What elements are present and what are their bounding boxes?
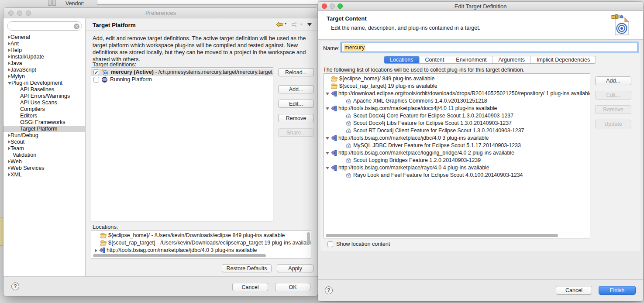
sidebar-item-api-use-scans[interactable]: API Use Scans (3, 100, 85, 106)
tab-environment[interactable]: Environment (450, 56, 492, 63)
tree-row-label: Rayo Look and Feel Feature for Eclipse S… (353, 172, 523, 179)
forward-arrow-icon[interactable] (292, 21, 299, 28)
cancel-button[interactable]: Cancel (232, 283, 268, 291)
remove-button[interactable]: Remove (278, 114, 314, 122)
sidebar-item-validation[interactable]: Validation (3, 152, 85, 158)
target-icon (102, 69, 108, 76)
location-row[interactable]: ${eclipse_home}/ - /Users/kevin/Download… (91, 232, 311, 239)
tree-plugin-row[interactable]: Rayo Look and Feel Feature for Eclipse S… (324, 172, 590, 179)
sidebar-item-general[interactable]: General (3, 34, 85, 41)
background-editor-fragment (0, 217, 3, 246)
checked-checkbox[interactable]: ✓ (93, 69, 99, 75)
sidebar-item-label: OSGi Frameworks (20, 119, 65, 125)
sidebar-item-javascript[interactable]: JavaScript (3, 67, 85, 73)
name-input[interactable]: mercury (341, 43, 638, 52)
target-definition-row[interactable]: Running Platform (91, 76, 273, 83)
tab-implicit-dependencies[interactable]: Implicit Dependencies (531, 56, 596, 63)
location-label: http://tools.bsiag.com/marketplace/jdbc/… (107, 247, 257, 254)
view-menu-icon[interactable] (307, 23, 312, 26)
tree-plugin-row[interactable]: Scout Logging Bridges Feature 1.2.0.2014… (324, 157, 590, 164)
tree-plugin-row[interactable]: Scout RT Docx4j Client Feature for Eclip… (324, 127, 590, 134)
tree-plugin-row[interactable]: Apache XML Graphics Commons 1.4.0.v20130… (324, 97, 590, 105)
sidebar-item-api-errors-warnings[interactable]: API Errors/Warnings (3, 93, 85, 100)
restore-defaults-button[interactable]: Restore Defaults (222, 264, 272, 272)
sidebar-item-editors[interactable]: Editors (3, 113, 85, 119)
target-definitions-list[interactable]: ✓mercury (Active) - /ch.primesystems.mer… (91, 67, 273, 221)
tree-location-row[interactable]: ${scout_rap_target} 19 plug-ins availabl… (324, 83, 590, 90)
back-history-dropdown-icon[interactable] (284, 23, 287, 26)
tree-location-row[interactable]: http://tools.bsiag.com/marketplace/loggi… (324, 149, 590, 157)
sidebar-item-ant[interactable]: Ant (3, 41, 85, 47)
collapse-arrow-icon[interactable] (326, 152, 329, 155)
sidebar-item-run-debug[interactable]: Run/Debug (3, 132, 85, 139)
sidebar-item-label: Install/Update (10, 54, 44, 60)
add-button[interactable]: Add... (595, 76, 631, 85)
tree-location-row[interactable]: http://tools.bsiag.com/marketplace/rayo/… (324, 164, 590, 172)
sidebar-item-web[interactable]: Web (3, 158, 85, 165)
horizontal-scrollbar-thumb[interactable] (93, 254, 266, 257)
collapse-arrow-icon[interactable] (326, 107, 329, 110)
help-icon[interactable]: ? (11, 282, 19, 290)
sidebar-item-osgi-frameworks[interactable]: OSGi Frameworks (3, 119, 85, 126)
sidebar-item-label: Web (10, 158, 22, 165)
sidebar-item-mylyn[interactable]: Mylyn (3, 73, 85, 80)
finish-button[interactable]: Finish (599, 286, 636, 295)
help-icon[interactable]: ? (325, 286, 333, 294)
horizontal-scrollbar-thumb[interactable] (326, 234, 558, 237)
show-location-content-checkbox[interactable] (327, 241, 333, 247)
expand-arrow-icon[interactable] (95, 249, 97, 252)
sidebar-item-help[interactable]: Help (3, 47, 85, 54)
sidebar-item-xml[interactable]: XML (3, 172, 85, 178)
edit-button[interactable]: Edit... (278, 100, 314, 108)
tree-location-row[interactable]: http://tools.bsiag.com/marketplace/jdbc/… (324, 134, 590, 142)
back-arrow-icon[interactable] (276, 21, 283, 28)
cancel-button[interactable]: Cancel (556, 286, 592, 295)
clear-search-icon[interactable]: ✕ (74, 24, 79, 29)
sidebar-item-scout[interactable]: Scout (3, 139, 85, 145)
tab-locations[interactable]: Locations (384, 56, 420, 63)
sidebar-item-install-update[interactable]: Install/Update (3, 54, 85, 60)
sidebar-item-label: Java (10, 60, 22, 66)
apply-button[interactable]: Apply (277, 264, 313, 272)
tree-location-row[interactable]: ${eclipse_home}/ 849 plug-ins available (324, 75, 590, 83)
ok-button[interactable]: OK (275, 283, 310, 291)
sidebar-item-web-services[interactable]: Web Services (3, 165, 85, 172)
sidebar-item-plug-in-development[interactable]: Plug-in Development (3, 80, 85, 86)
sidebar-item-compilers[interactable]: Compilers (3, 106, 85, 113)
tree-location-row[interactable]: http://download.eclipse.org/tools/orbit/… (324, 90, 590, 97)
sidebar-item-label: General (10, 34, 30, 40)
site-icon (331, 165, 337, 171)
feature-icon (346, 128, 351, 134)
reload-button[interactable]: Reload... (278, 68, 314, 76)
tree-location-row[interactable]: http://tools.bsiag.com/marketplace/docx4… (324, 105, 590, 112)
forward-history-dropdown-icon[interactable] (300, 24, 303, 25)
collapse-arrow-icon[interactable] (326, 93, 329, 95)
unchecked-checkbox[interactable] (93, 77, 99, 83)
sidebar-item-api-baselines[interactable]: API Baselines (3, 86, 85, 93)
sidebar-item-team[interactable]: Team (3, 145, 85, 152)
locations-tree[interactable]: ${eclipse_home}/ 849 plug-ins available$… (324, 73, 590, 238)
tree-plugin-row[interactable]: Scout Docx4j Libs Feature for Eclipse Sc… (324, 120, 590, 127)
add-button[interactable]: Add... (278, 85, 314, 93)
tree-plugin-row[interactable]: MySQL JDBC Driver Feature for Eclipse Sc… (324, 142, 590, 149)
tree-row-label: Scout Docx4j Libs Feature for Eclipse Sc… (353, 120, 512, 127)
sidebar-item-target-platform[interactable]: Target Platform (3, 126, 85, 132)
name-label: Name: (323, 45, 340, 52)
sidebar-item-java[interactable]: Java (3, 60, 85, 67)
search-input[interactable]: ✕ (7, 21, 82, 31)
collapse-arrow-icon[interactable] (326, 137, 329, 140)
locations-list[interactable]: ${eclipse_home}/ - /Users/kevin/Download… (91, 231, 311, 258)
tree-row-label: Apache XML Graphics Commons 1.4.0.v20130… (353, 97, 487, 105)
target-definition-row[interactable]: ✓mercury (Active) - /ch.primesystems.mer… (91, 69, 273, 76)
sidebar-item-label: JavaScript (10, 67, 36, 73)
tab-content[interactable]: Content (420, 56, 451, 63)
tab-arguments[interactable]: Arguments (492, 56, 530, 63)
target-platform-panel: Target Platform Add, edit and remove tar… (86, 18, 318, 276)
vertical-scrollbar-thumb[interactable] (307, 232, 310, 243)
collapse-arrow-icon[interactable] (326, 167, 329, 169)
collapse-arrow-icon[interactable] (8, 82, 11, 85)
tree-plugin-row[interactable]: Scout Docx4j Core Feature for Eclipse Sc… (324, 112, 590, 120)
location-row[interactable]: http://tools.bsiag.com/marketplace/jdbc/… (91, 247, 311, 254)
update-button: Update (595, 120, 631, 128)
location-row[interactable]: ${scout_rap_target} - /Users/kevin/Downl… (91, 239, 311, 247)
